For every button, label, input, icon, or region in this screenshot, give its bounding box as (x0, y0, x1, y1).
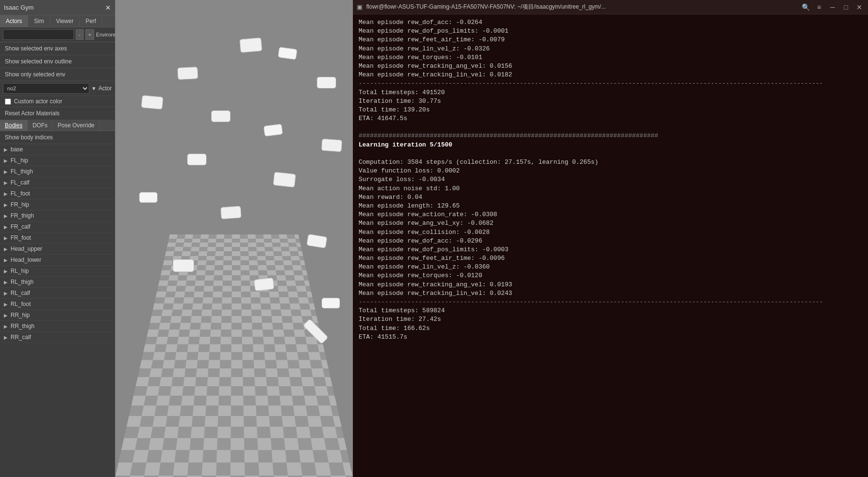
body-item-rr-hip[interactable]: ▶ RR_hip (0, 310, 115, 321)
term-separator-1: ----------------------------------------… (359, 79, 862, 88)
body-item-base[interactable]: ▶ base (0, 144, 115, 155)
terminal-close-button[interactable]: ✕ (855, 2, 864, 12)
robot-figure (240, 37, 262, 53)
body-arrow-rr-thigh: ▶ (4, 324, 8, 329)
robot-figure (317, 77, 336, 88)
body-arrow-head-upper: ▶ (4, 246, 8, 252)
term-eta-2: ETA: 41515.7s (359, 333, 862, 342)
actor-row: no2 ▼ Actor (0, 81, 115, 96)
body-item-rl-foot[interactable]: ▶ RL_foot (0, 299, 115, 310)
reset-actor-materials-button[interactable]: Reset Actor Materials (0, 107, 115, 120)
subtab-bodies[interactable]: Bodies (0, 120, 28, 131)
body-item-rr-calf[interactable]: ▶ RR_calf (0, 332, 115, 343)
term-line-6: Mean episode rew_tracking_ang_vel: 0.015… (359, 62, 862, 71)
term-total-timesteps-1: Total timesteps: 491520 (359, 88, 862, 97)
body-arrow-fr-foot: ▶ (4, 235, 8, 241)
body-label-base: base (11, 146, 23, 153)
body-label-fr-calf: FR_calf (11, 223, 30, 230)
tab-actors[interactable]: Actors (0, 15, 28, 27)
robot-figure (139, 192, 157, 203)
terminal-menu-button[interactable]: ≡ (814, 2, 824, 12)
body-arrow-fl-hip: ▶ (4, 158, 8, 163)
term-iter-time-2: Iteration time: 27.42s (359, 315, 862, 324)
term-rew-dof-pos-limits: Mean episode rew_dof_pos_limits: -0.0003 (359, 245, 862, 254)
body-arrow-rl-hip: ▶ (4, 269, 8, 274)
robot-figure (322, 298, 340, 308)
term-rew-torques: Mean episode rew_torques: -0.0120 (359, 271, 862, 280)
env-plus-button[interactable]: + (85, 29, 94, 40)
show-only-selected-env-button[interactable]: Show only selected env (0, 68, 115, 81)
body-label-fl-calf: FL_calf (11, 179, 29, 186)
term-surrogate-loss: Surrogate loss: -0.0034 (359, 175, 862, 184)
subtabs-row: Bodies DOFs Pose Override (0, 120, 115, 131)
show-selected-env-outline-button[interactable]: Show selected env outline (0, 55, 115, 68)
body-arrow-head-lower: ▶ (4, 257, 8, 263)
show-body-indices-button[interactable]: Show body indices (0, 131, 115, 144)
env-input[interactable] (3, 29, 74, 40)
env-dash-button[interactable]: - (76, 29, 84, 40)
robot-figure (321, 139, 342, 152)
robot-figure (177, 67, 198, 80)
body-item-fl-foot[interactable]: ▶ FL_foot (0, 188, 115, 199)
body-item-fr-calf[interactable]: ▶ FR_calf (0, 221, 115, 232)
term-hash-separator: ########################################… (359, 132, 862, 140)
term-rew-action-rate: Mean episode rew_action_rate: -0.0308 (359, 210, 862, 219)
body-item-head-lower[interactable]: ▶ Head_lower (0, 255, 115, 266)
custom-actor-color-label: Custom actor color (14, 98, 62, 105)
terminal-search-button[interactable]: 🔍 (801, 2, 810, 12)
term-line-2: Mean episode rew_dof_pos_limits: -0.0001 (359, 27, 862, 36)
robot-figure (273, 172, 296, 188)
body-label-rr-calf: RR_calf (11, 334, 31, 341)
body-label-rr-thigh: RR_thigh (11, 323, 35, 330)
term-separator-2: ----------------------------------------… (359, 298, 862, 306)
body-item-fl-hip[interactable]: ▶ FL_hip (0, 155, 115, 166)
body-item-head-upper[interactable]: ▶ Head_upper (0, 244, 115, 255)
actor-select[interactable]: no2 (3, 83, 89, 94)
isaac-close-button[interactable]: ✕ (105, 4, 111, 12)
term-line-7: Mean episode rew_tracking_lin_vel: 0.018… (359, 71, 862, 79)
term-action-noise: Mean action noise std: 1.00 (359, 184, 862, 193)
body-item-rl-thigh[interactable]: ▶ RL_thigh (0, 277, 115, 288)
body-label-rr-hip: RR_hip (11, 312, 30, 318)
body-item-fr-hip[interactable]: ▶ FR_hip (0, 199, 115, 210)
subtab-dofs[interactable]: DOFs (28, 120, 53, 131)
robot-figure (220, 206, 241, 220)
term-blank-2 (359, 149, 862, 158)
body-arrow-rr-calf: ▶ (4, 335, 8, 340)
terminal-minimize-button[interactable]: ─ (828, 2, 837, 12)
body-label-fl-thigh: FL_thigh (11, 168, 33, 175)
body-item-fr-thigh[interactable]: ▶ FR_thigh (0, 210, 115, 221)
terminal-title: flowr@flowr-ASUS-TUF-Gaming-A15-FA507NV-… (366, 3, 797, 11)
robot-figure (141, 95, 163, 110)
body-item-fl-thigh[interactable]: ▶ FL_thigh (0, 166, 115, 177)
body-arrow-rl-foot: ▶ (4, 302, 8, 307)
body-item-rl-calf[interactable]: ▶ RL_calf (0, 288, 115, 299)
show-selected-env-axes-button[interactable]: Show selected env axes (0, 42, 115, 55)
term-total-time-1: Total time: 139.20s (359, 106, 862, 114)
term-rew-feet-air-time: Mean episode rew_feet_air_time: -0.0096 (359, 254, 862, 263)
body-item-rr-thigh[interactable]: ▶ RR_thigh (0, 321, 115, 332)
term-rew-tracking-ang-vel: Mean episode rew_tracking_ang_vel: 0.019… (359, 281, 862, 289)
term-line-1: Mean episode rew_dof_acc: -0.0264 (359, 18, 862, 27)
tab-viewer[interactable]: Viewer (50, 15, 80, 27)
body-item-fl-calf[interactable]: ▶ FL_calf (0, 177, 115, 188)
body-arrow-rl-thigh: ▶ (4, 280, 8, 285)
subtab-pose-override[interactable]: Pose Override (53, 120, 100, 131)
body-arrow-fr-calf: ▶ (4, 224, 8, 230)
body-label-head-lower: Head_lower (11, 257, 41, 263)
isaac-panel: Isaac Gym ✕ Actors Sim Viewer Perf - + E… (0, 0, 115, 477)
term-rew-tracking-lin-vel: Mean episode rew_tracking_lin_vel: 0.024… (359, 289, 862, 298)
terminal-content[interactable]: Mean episode rew_dof_acc: -0.0264 Mean e… (353, 14, 868, 477)
tab-sim[interactable]: Sim (28, 15, 50, 27)
robot-figure (278, 47, 298, 60)
robot-figure (211, 110, 230, 122)
term-rew-lin-vel-z: Mean episode rew_lin_vel_z: -0.0360 (359, 263, 862, 271)
terminal-maximize-button[interactable]: □ (841, 2, 851, 12)
body-item-fr-foot[interactable]: ▶ FR_foot (0, 232, 115, 244)
term-line-3: Mean episode rew_feet_air_time: -0.0079 (359, 36, 862, 44)
custom-actor-color-checkbox[interactable] (5, 98, 11, 105)
tab-perf[interactable]: Perf (80, 15, 102, 27)
body-label-rl-hip: RL_hip (11, 268, 29, 274)
body-item-rl-hip[interactable]: ▶ RL_hip (0, 266, 115, 277)
body-arrow-rl-calf: ▶ (4, 291, 8, 296)
